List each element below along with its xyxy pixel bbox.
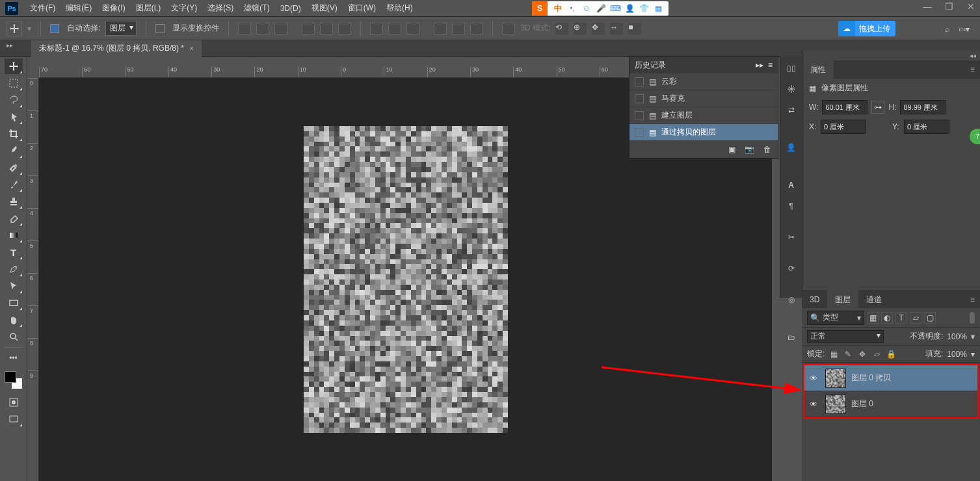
ime-punct-icon[interactable]: •, — [567, 3, 577, 14]
distribute-bottom-icon[interactable] — [406, 23, 419, 34]
ime-keyboard-icon[interactable]: ⌨ — [610, 3, 620, 14]
menu-layer[interactable]: 图层(L) — [131, 0, 166, 16]
link-wh-icon[interactable]: ⊶ — [871, 101, 884, 114]
minimize-button[interactable]: — — [923, 2, 932, 11]
edit-toolbar[interactable]: ••• — [5, 350, 23, 366]
filter-shape-icon[interactable]: ▱ — [910, 312, 921, 324]
panel-toggle-icon[interactable]: ▸▸ — [7, 42, 13, 49]
ime-mic-icon[interactable]: 🎤 — [596, 3, 606, 14]
zoom-tool[interactable] — [5, 329, 23, 344]
tab-close-icon[interactable]: × — [189, 44, 194, 53]
ime-skin-icon[interactable]: 👕 — [639, 3, 649, 14]
stamp-tool[interactable] — [5, 194, 23, 209]
history-item[interactable]: ▤云彩 — [629, 73, 778, 90]
filter-adjust-icon[interactable]: ◐ — [881, 312, 893, 324]
visibility-icon[interactable]: 👁 — [810, 374, 820, 383]
menu-image[interactable]: 图像(I) — [97, 0, 130, 16]
width-input[interactable] — [822, 100, 867, 114]
distribute-top-icon[interactable] — [370, 23, 383, 34]
ime-emoji-icon[interactable]: ☺ — [581, 3, 592, 14]
visibility-icon[interactable]: 👁 — [810, 400, 820, 409]
properties-menu-icon[interactable]: ≡ — [965, 65, 980, 74]
ime-cn-icon[interactable]: 中 — [553, 3, 563, 14]
snapshot-icon[interactable]: 📷 — [745, 145, 754, 154]
strip-adjust-icon[interactable]: ⇄ — [783, 101, 800, 118]
pen-tool[interactable] — [5, 261, 23, 277]
move-tool[interactable] — [5, 58, 23, 74]
menu-3d[interactable]: 3D(D) — [275, 1, 306, 16]
dropdown-arrow-icon[interactable]: ▾ — [27, 24, 31, 33]
search-icon[interactable]: ⌕ — [945, 25, 949, 34]
strip-color-icon[interactable] — [783, 81, 800, 98]
strip-cc-icon[interactable]: ◎ — [783, 291, 800, 308]
history-item[interactable]: ▤通过拷贝的图层 — [629, 124, 778, 141]
ime-bar[interactable]: S 中 •, ☺ 🎤 ⌨ 👤 👕 ▦ — [532, 1, 669, 16]
eraser-tool[interactable] — [5, 211, 23, 226]
tab-layers[interactable]: 图层 — [827, 291, 858, 309]
eyedropper-tool[interactable] — [5, 143, 23, 159]
menu-edit[interactable]: 编辑(E) — [60, 0, 97, 16]
history-item[interactable]: ▤马赛克 — [629, 90, 778, 107]
healing-tool[interactable] — [5, 160, 23, 176]
align-vcenter-icon[interactable] — [256, 23, 269, 34]
three-d-rotate-icon[interactable]: ⟲ — [555, 23, 568, 34]
strip-folder-icon[interactable]: 🗁 — [783, 329, 800, 346]
strip-character-icon[interactable]: A — [783, 177, 800, 194]
three-d-roll-icon[interactable]: ⊕ — [574, 23, 587, 34]
x-input[interactable] — [821, 120, 866, 134]
auto-select-dropdown[interactable]: 图层 ▾ — [105, 21, 137, 36]
layer-row[interactable]: 👁 图层 0 — [804, 391, 977, 417]
layer-row[interactable]: 👁 图层 0 拷贝 — [804, 365, 977, 391]
document-image[interactable] — [304, 126, 508, 433]
layer-name[interactable]: 图层 0 — [851, 398, 873, 410]
align-hcenter-icon[interactable] — [320, 23, 333, 34]
lock-all-icon[interactable]: 🔒 — [886, 349, 896, 359]
document-tab[interactable]: 未标题-1 @ 16.7% (图层 0 拷贝, RGB/8) * × — [31, 40, 202, 57]
path-select-tool[interactable] — [5, 278, 23, 294]
ime-user-icon[interactable]: 👤 — [624, 3, 635, 14]
ime-toolbox-icon[interactable]: ▦ — [653, 3, 663, 14]
fill-value[interactable]: 100% — [947, 350, 967, 359]
auto-select-checkbox[interactable] — [50, 24, 59, 33]
three-d-pan-icon[interactable]: ✥ — [592, 23, 605, 34]
strip-refresh-icon[interactable]: ⟳ — [783, 260, 800, 277]
menu-file[interactable]: 文件(F) — [25, 0, 60, 16]
three-d-axis-icon[interactable] — [502, 23, 515, 34]
three-d-scale-icon[interactable]: ■ — [628, 23, 641, 34]
blend-mode-dropdown[interactable]: 正常▾ — [807, 330, 884, 343]
height-input[interactable] — [900, 100, 946, 114]
filter-smart-icon[interactable]: ▢ — [924, 312, 936, 324]
tab-channels[interactable]: 通道 — [858, 291, 890, 309]
menu-filter[interactable]: 滤镜(T) — [239, 0, 274, 16]
align-top-icon[interactable] — [238, 23, 251, 34]
brush-tool[interactable] — [5, 177, 23, 192]
delete-state-icon[interactable]: 🗑 — [763, 145, 771, 154]
lock-position-icon[interactable]: ✥ — [857, 349, 867, 359]
collapse-icon[interactable]: ▸▸ — [756, 60, 763, 70]
opacity-value[interactable]: 100% — [947, 332, 967, 341]
layer-filter-dropdown[interactable]: 🔍类型▾ — [807, 311, 864, 325]
filter-pixel-icon[interactable]: ▦ — [867, 312, 879, 324]
gradient-tool[interactable] — [5, 228, 23, 243]
strip-histogram-icon[interactable]: ▯▯ — [783, 60, 800, 77]
quick-select-tool[interactable] — [5, 109, 23, 125]
strip-user-icon[interactable]: 👤 — [783, 139, 800, 156]
quickmask-tool[interactable] — [5, 395, 23, 410]
create-document-icon[interactable]: ▣ — [728, 145, 735, 154]
filter-type-icon[interactable]: T — [895, 312, 907, 324]
marquee-tool[interactable] — [5, 75, 23, 91]
rectangle-tool[interactable] — [5, 295, 23, 311]
layer-name[interactable]: 图层 0 拷贝 — [851, 372, 891, 384]
strip-paragraph-icon[interactable]: ¶ — [783, 198, 800, 214]
menu-text[interactable]: 文字(Y) — [166, 0, 202, 16]
lasso-tool[interactable] — [5, 92, 23, 108]
hand-tool[interactable] — [5, 312, 23, 328]
menu-help[interactable]: 帮助(H) — [381, 0, 418, 16]
maximize-button[interactable]: ❐ — [945, 2, 954, 11]
menu-select[interactable]: 选择(S) — [202, 0, 239, 16]
workspace-icon[interactable]: ▭▾ — [959, 25, 970, 34]
menu-window[interactable]: 窗口(W) — [343, 0, 381, 16]
move-tool-preset[interactable] — [7, 21, 22, 36]
layers-menu-icon[interactable]: ≡ — [965, 295, 980, 304]
tab-3d[interactable]: 3D — [802, 291, 827, 309]
